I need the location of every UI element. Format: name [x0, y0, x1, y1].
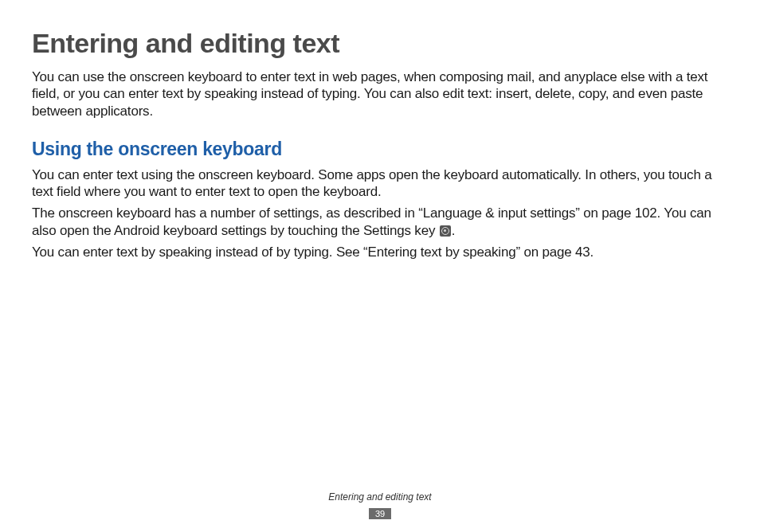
page-number: 39 [369, 508, 391, 519]
page-footer: Entering and editing text 39 [0, 491, 760, 520]
settings-icon [440, 225, 451, 237]
body-paragraph-2: The onscreen keyboard has a number of se… [32, 205, 728, 239]
body-paragraph-3: You can enter text by speaking instead o… [32, 244, 728, 260]
body-text-2b: . [452, 223, 456, 238]
section-heading-onscreen-keyboard: Using the onscreen keyboard [32, 139, 728, 160]
body-paragraph-1: You can enter text using the onscreen ke… [32, 166, 728, 201]
body-text-2a: The onscreen keyboard has a number of se… [32, 205, 711, 237]
intro-paragraph: You can use the onscreen keyboard to ent… [32, 68, 728, 119]
page-title: Entering and editing text [32, 28, 728, 59]
footer-chapter-label: Entering and editing text [0, 491, 760, 503]
